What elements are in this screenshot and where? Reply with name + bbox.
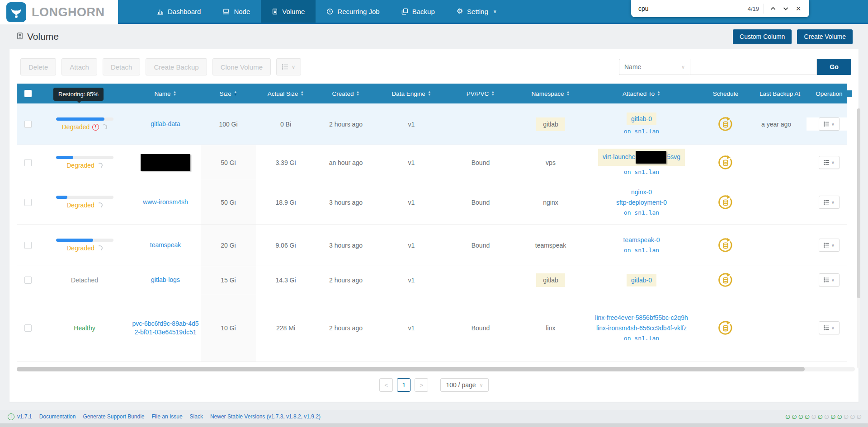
version-link[interactable]: v1.7.1 xyxy=(17,413,32,420)
file-issue-link[interactable]: File an Issue xyxy=(152,413,183,420)
workload-link[interactable]: sftp-deployment-0 xyxy=(616,198,667,206)
header-attached-to[interactable]: Attached To▲▼ xyxy=(587,90,696,97)
operation-menu-button[interactable]: ∨ xyxy=(819,196,840,209)
workload-link[interactable]: gitlab-0 xyxy=(627,113,656,125)
operation-menu-button[interactable]: ∨ xyxy=(819,239,840,252)
workload-link[interactable]: teamspeak-0 xyxy=(623,236,660,244)
sort-carets[interactable]: ▲▼ xyxy=(300,91,304,96)
row-checkbox[interactable] xyxy=(24,324,32,332)
recurring-schedule-icon[interactable] xyxy=(718,272,733,288)
sort-carets[interactable]: ▲▼ xyxy=(657,91,660,96)
filter-input[interactable] xyxy=(690,59,817,75)
nav-item-dashboard[interactable]: Dashboard xyxy=(146,0,212,23)
recurring-schedule-icon[interactable] xyxy=(718,155,733,170)
sort-carets[interactable]: ▲▼ xyxy=(566,91,570,96)
next-page-button[interactable]: > xyxy=(415,378,428,392)
volume-name-link[interactable]: pvc-6bc6fd9c-89ab-4d52-bf01-03e64519dc51 xyxy=(132,319,199,337)
documentation-link[interactable]: Documentation xyxy=(39,413,76,420)
warning-icon[interactable]: ! xyxy=(92,124,99,131)
nav-item-backup[interactable]: Backup xyxy=(391,0,446,23)
header-state[interactable]: State ▲▼ Restoring: 85% xyxy=(39,90,130,97)
namespace-value: teamspeak xyxy=(514,242,587,249)
volume-title-icon xyxy=(16,31,24,42)
nav-item-setting[interactable]: ⚙ Setting ∨ xyxy=(446,0,508,23)
longhorn-logo[interactable]: LONGHORN xyxy=(0,0,118,24)
header-created[interactable]: Created▲▼ xyxy=(316,90,376,97)
header-actual-size[interactable]: Actual Size▲▼ xyxy=(256,90,316,97)
find-input[interactable] xyxy=(638,5,748,12)
header-pv-pvc[interactable]: PV/PVC▲▼ xyxy=(447,90,514,97)
gear-icon: ⚙ xyxy=(457,8,463,15)
scrollbar-thumb[interactable] xyxy=(857,108,860,298)
node-label: on sn1.lan xyxy=(624,168,659,176)
nav-item-volume[interactable]: Volume xyxy=(261,0,316,23)
previous-page-button[interactable]: < xyxy=(379,378,393,392)
go-button[interactable]: Go xyxy=(817,59,851,75)
row-checkbox[interactable] xyxy=(24,277,32,284)
find-next-button[interactable] xyxy=(779,2,792,15)
clone-volume-button[interactable]: Clone Volume xyxy=(212,58,271,75)
delete-button[interactable]: Delete xyxy=(20,58,56,75)
workload-link[interactable]: linx-free4ever-5856bf55bc-c2q9h xyxy=(595,314,688,322)
recurring-schedule-icon[interactable] xyxy=(718,238,733,253)
sort-carets[interactable]: ▲▼ xyxy=(428,91,431,96)
header-data-engine[interactable]: Data Engine▲▼ xyxy=(376,90,447,97)
workload-link[interactable]: virt-launche5svg xyxy=(598,149,685,166)
volume-name-link[interactable]: gitlab-data xyxy=(151,120,180,128)
link-status-icons: ∅ ∅ ∅ ∅ ∅ ∅ ∅ ∅ ∅ ∅ ∅ ∅ xyxy=(785,413,862,420)
recurring-schedule-icon[interactable] xyxy=(718,117,733,132)
page-size-select[interactable]: 100 / page ∨ xyxy=(440,378,488,392)
filter-field-select[interactable]: Name ∨ xyxy=(619,59,690,75)
table-row: Degraded! gitlab-data 100 Gi 0 Bi 2 hour… xyxy=(17,103,847,145)
find-previous-button[interactable] xyxy=(767,2,779,15)
recurring-schedule-icon[interactable] xyxy=(718,195,733,210)
redacted-volume-name[interactable] xyxy=(141,154,190,171)
horizontal-scrollbar[interactable] xyxy=(17,367,855,371)
actual-size-value: 3.39 Gi xyxy=(256,159,316,166)
custom-column-button[interactable]: Custom Column xyxy=(733,29,792,44)
vertical-scrollbar[interactable] xyxy=(857,108,860,368)
row-checkbox[interactable] xyxy=(24,159,32,166)
find-close-button[interactable]: × xyxy=(792,2,805,15)
row-checkbox[interactable] xyxy=(24,242,32,249)
recurring-schedule-icon[interactable] xyxy=(718,320,733,336)
window-scrollbar-strip[interactable] xyxy=(0,423,868,427)
current-page-button[interactable]: 1 xyxy=(397,378,410,392)
volume-name-link[interactable]: www-ironsm4sh xyxy=(143,198,188,206)
header-size[interactable]: Size▲▼ xyxy=(201,90,256,97)
header-name[interactable]: Name▲▼ xyxy=(130,90,201,97)
row-checkbox[interactable] xyxy=(24,199,32,206)
scrollbar-thumb[interactable] xyxy=(17,367,805,371)
operation-menu-button[interactable]: ∨ xyxy=(819,117,840,131)
volume-table: State ▲▼ Restoring: 85% Name▲▼ Size▲▼ Ac… xyxy=(17,84,847,362)
create-backup-button[interactable]: Create Backup xyxy=(146,58,207,75)
sort-carets[interactable]: ▲▼ xyxy=(491,91,495,96)
sort-carets[interactable]: ▲▼ xyxy=(173,91,177,96)
header-namespace[interactable]: Namespace▲▼ xyxy=(514,90,587,97)
link-icon: ∅ xyxy=(811,413,816,420)
nav-item-node[interactable]: Node xyxy=(212,0,261,23)
workload-link[interactable]: linx-ironsm4sh-656cc9db4f-vklfz xyxy=(596,324,687,332)
newer-versions-link[interactable]: Newer Stable Versions (v1.7.3, v1.8.2, v… xyxy=(210,413,321,420)
volume-name-link[interactable]: teamspeak xyxy=(150,241,181,249)
create-volume-button[interactable]: Create Volume xyxy=(797,29,853,44)
workload-link[interactable]: nginx-0 xyxy=(631,188,652,196)
select-all-checkbox[interactable] xyxy=(24,90,32,97)
operation-menu-button[interactable]: ∨ xyxy=(819,321,840,334)
sort-carets[interactable]: ▲▼ xyxy=(356,91,360,96)
attach-button[interactable]: Attach xyxy=(61,58,97,75)
volume-name-link[interactable]: gitlab-logs xyxy=(151,276,180,284)
chevron-down-icon: ∨ xyxy=(480,382,483,388)
detach-button[interactable]: Detach xyxy=(103,58,141,75)
nav-label: Volume xyxy=(282,8,305,15)
nav-item-recurring-job[interactable]: Recurring Job xyxy=(316,0,390,23)
operation-menu-button[interactable]: ∨ xyxy=(819,156,840,169)
more-actions-button[interactable]: ∨ xyxy=(276,58,301,75)
support-bundle-link[interactable]: Generate Support Bundle xyxy=(83,413,144,420)
workload-link[interactable]: gitlab-0 xyxy=(627,274,656,286)
sort-carets-active[interactable]: ▲▼ xyxy=(234,91,237,96)
operation-menu-button[interactable]: ∨ xyxy=(819,273,840,286)
row-checkbox[interactable] xyxy=(24,121,32,128)
size-value: 10 Gi xyxy=(201,294,256,361)
slack-link[interactable]: Slack xyxy=(190,413,203,420)
